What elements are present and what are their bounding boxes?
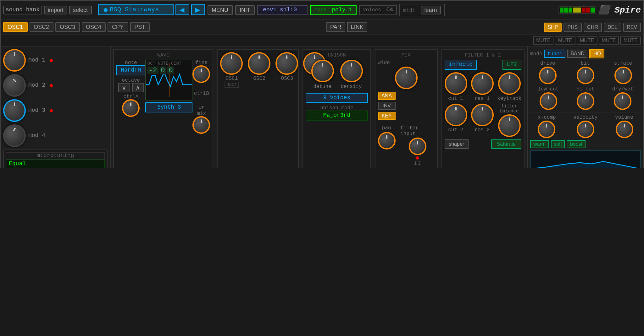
shaper-button[interactable]: shaper [444, 139, 469, 149]
lowcut-knob[interactable] [540, 92, 557, 110]
fine-tick [201, 68, 202, 72]
osc1-mix-label: OSC1 [226, 75, 238, 81]
cut1-knob[interactable] [444, 72, 467, 95]
octave-down-btn[interactable]: ∨ [118, 83, 130, 92]
unison-panel: UNISON detune density [303, 49, 371, 168]
hicut-label: hi cut [576, 86, 595, 92]
svg-marker-8 [532, 161, 639, 168]
osc3-mix-knob[interactable] [276, 52, 298, 75]
bit-label: bit [581, 60, 590, 66]
mod4-knob[interactable] [3, 124, 26, 147]
cpy-osc-button[interactable]: CPY [108, 22, 128, 32]
xcomp-knob[interactable] [538, 121, 556, 138]
mute-btn-2[interactable]: MUTE [555, 36, 575, 45]
octave-up-btn[interactable]: ∧ [132, 83, 144, 92]
filter2-display[interactable]: LP2 [502, 60, 521, 70]
left-sidebar: mod 1 mod 2 mod 3 [1, 46, 111, 168]
srate-knob[interactable] [614, 67, 632, 84]
unison-mode-display[interactable]: Major3rd [306, 111, 368, 121]
osc1-mix-knob[interactable] [220, 52, 243, 75]
osc2-mix-knob[interactable] [248, 52, 271, 75]
saturate-button[interactable]: Saturate [491, 139, 522, 149]
filter-input-col: filter input 1 2 [400, 125, 434, 166]
rev-tab[interactable]: REV [623, 22, 641, 32]
voices-display[interactable]: 9 Voices [306, 93, 368, 103]
inv-button[interactable]: INV [378, 102, 396, 110]
filter-balance-knob[interactable] [498, 114, 521, 137]
velocity-label: velocity [574, 114, 598, 120]
density-knob[interactable] [340, 60, 363, 82]
filter-input-knob[interactable] [408, 138, 426, 155]
synth3-display[interactable]: Synth 3 [146, 102, 193, 112]
res2-label: res 2 [475, 127, 490, 133]
prev-preset-button[interactable]: ◀ [175, 4, 189, 15]
mod2-knob[interactable] [3, 74, 26, 97]
mod1-row: mod 1 [3, 49, 108, 72]
osc3-tab[interactable]: OSC3 [55, 22, 80, 32]
osc2-tab[interactable]: OSC2 [29, 22, 53, 32]
res2-knob[interactable] [471, 104, 493, 126]
mute-btn-5[interactable]: MUTE [620, 36, 641, 45]
menu-button[interactable]: MENU [207, 5, 233, 15]
volume-knob[interactable] [615, 121, 633, 138]
preset-name: BSQ Stairways [110, 6, 159, 13]
mute-btn-4[interactable]: MUTE [598, 36, 619, 45]
mute-btn-1[interactable]: MUTE [533, 36, 553, 45]
drywet-knob[interactable] [614, 92, 631, 110]
ana-button[interactable]: ANA [378, 92, 396, 100]
par-button[interactable]: PAR [326, 22, 345, 32]
mod3-knob[interactable] [3, 99, 26, 122]
microtuning-display[interactable]: Equal [6, 160, 105, 168]
key-button[interactable]: KEY [378, 112, 396, 120]
cut1-col: cut 1 [444, 72, 467, 101]
detune-knob[interactable] [311, 60, 334, 82]
pst-osc-button[interactable]: PST [130, 22, 150, 32]
del-tab[interactable]: DEL [604, 22, 621, 32]
import-button[interactable]: import [44, 5, 67, 14]
wtmix-knob[interactable] [193, 116, 210, 134]
wtmix-label: wt mix [193, 105, 210, 116]
lowcut-label: low cut [538, 86, 559, 92]
mode-value: poly 1 [332, 7, 352, 13]
shp-tab[interactable]: SHP [544, 22, 562, 32]
phs-tab[interactable]: PHS [564, 22, 581, 32]
next-preset-button[interactable]: ▶ [191, 4, 205, 15]
osc1-tab[interactable]: OSC1 [3, 22, 27, 32]
hicut-knob[interactable] [577, 92, 594, 110]
soft-button[interactable]: soft [551, 140, 565, 148]
fx-mode-label: mode [530, 51, 542, 57]
preset-display[interactable]: BSQ Stairways [98, 4, 173, 15]
velocity-knob[interactable] [577, 121, 594, 138]
res1-knob[interactable] [471, 72, 493, 95]
mix-title: MIX [378, 52, 434, 58]
hq-button[interactable]: HQ [590, 49, 605, 58]
mixer-panel: OSC1 OSC1 OSC2 [217, 49, 299, 168]
xcomp-col: x-comp [538, 114, 556, 138]
ctrla-knob[interactable] [122, 99, 140, 117]
osc4-tab[interactable]: OSC4 [81, 22, 106, 32]
drive-knob[interactable] [539, 67, 557, 84]
fine-knob[interactable] [193, 65, 210, 83]
mod2-tick [13, 79, 16, 82]
eq-preset-row: warm soft boost [530, 140, 641, 148]
cut2-knob[interactable] [444, 104, 467, 126]
band-button[interactable]: BAND [567, 50, 587, 58]
select-button[interactable]: select [69, 5, 92, 14]
wide-knob[interactable] [395, 67, 417, 89]
keytrack-knob[interactable] [498, 72, 521, 95]
xcomp-tick [546, 124, 547, 127]
pan-knob[interactable] [378, 132, 395, 149]
mute-btn-3[interactable]: MUTE [577, 36, 597, 45]
chr-tab[interactable]: CHR [583, 22, 602, 32]
tube-display[interactable]: tube1 [544, 50, 565, 58]
main-container: sound bank import select BSQ Stairways ◀… [0, 0, 644, 168]
warm-button[interactable]: warm [530, 140, 549, 148]
link-button[interactable]: LINK [347, 22, 367, 32]
init-button[interactable]: INIT [235, 5, 255, 15]
hardfm-display[interactable]: HardFM [116, 65, 146, 75]
bit-knob[interactable] [576, 67, 594, 84]
filter1-display[interactable]: infecto [444, 60, 477, 70]
boost-button[interactable]: boost [567, 140, 586, 148]
midi-learn-button[interactable]: learn [420, 5, 441, 14]
mod1-knob[interactable] [3, 49, 26, 72]
